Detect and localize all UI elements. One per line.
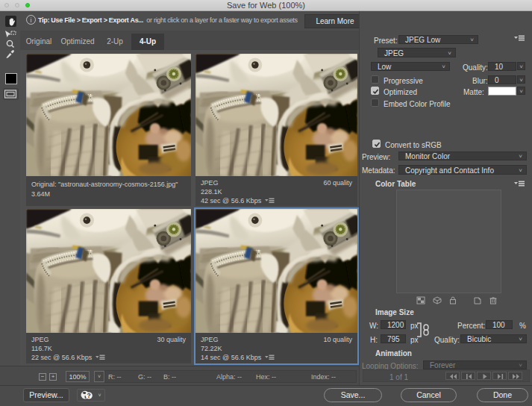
svg-text:?: ? xyxy=(87,392,91,399)
